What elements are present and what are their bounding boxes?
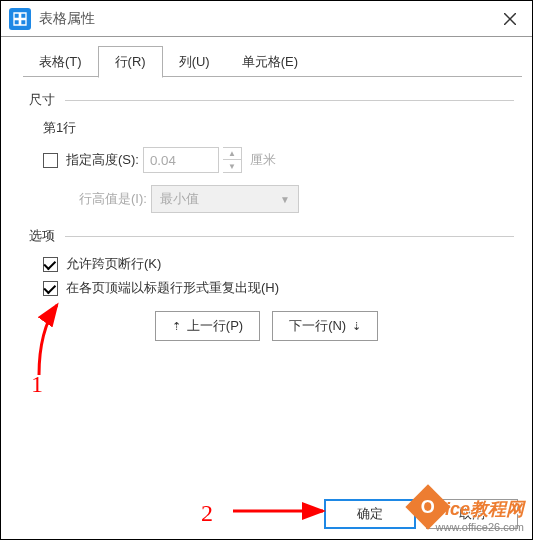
tab-strip: 表格(T) 行(R) 列(U) 单元格(E) (1, 37, 532, 77)
chevron-up-icon: ▲ (223, 148, 241, 160)
row-height-is-select: 最小值 ▼ (151, 185, 299, 213)
annotation-label-1: 1 (31, 371, 43, 398)
size-section: 尺寸 第1行 指定高度(S): ▲ ▼ 厘米 行高值是(I): 最小值 ▼ (29, 91, 504, 213)
size-legend: 尺寸 (29, 91, 504, 109)
next-row-button[interactable]: 下一行(N) ⇣ (272, 311, 378, 341)
chevron-down-icon: ▼ (280, 194, 290, 205)
title-bar: 表格属性 (1, 1, 532, 37)
allow-break-label: 允许跨页断行(K) (66, 255, 161, 273)
repeat-header-checkbox[interactable] (43, 281, 58, 296)
cancel-button[interactable]: 取消 (426, 499, 518, 529)
ok-button[interactable]: 确定 (324, 499, 416, 529)
prev-row-button[interactable]: ⇡ 上一行(P) (155, 311, 260, 341)
specify-height-label: 指定高度(S): (66, 151, 139, 169)
repeat-header-label: 在各页顶端以标题行形式重复出现(H) (66, 279, 279, 297)
dialog-title: 表格属性 (39, 10, 95, 28)
tab-cell[interactable]: 单元格(E) (226, 47, 314, 77)
app-icon (9, 8, 31, 30)
arrow-down-icon: ⇣ (352, 320, 361, 333)
annotation-label-2: 2 (201, 500, 213, 527)
height-unit: 厘米 (250, 151, 276, 169)
row-height-is-label: 行高值是(I): (79, 190, 147, 208)
close-icon (504, 13, 516, 25)
row-nav: ⇡ 上一行(P) 下一行(N) ⇣ (29, 311, 504, 341)
arrow-up-icon: ⇡ (172, 320, 181, 333)
annotation-arrow-2 (229, 497, 329, 527)
dialog-footer: 确定 取消 (324, 499, 518, 529)
chevron-down-icon: ▼ (223, 160, 241, 172)
tab-row[interactable]: 行(R) (98, 46, 163, 78)
tab-column[interactable]: 列(U) (163, 47, 226, 77)
height-spinner: ▲ ▼ (223, 147, 242, 173)
close-button[interactable] (488, 1, 532, 37)
specify-height-checkbox[interactable] (43, 153, 58, 168)
annotation-arrow-1 (31, 301, 71, 381)
allow-break-checkbox[interactable] (43, 257, 58, 272)
options-section: 选项 允许跨页断行(K) 在各页顶端以标题行形式重复出现(H) (29, 227, 504, 297)
options-legend: 选项 (29, 227, 504, 245)
dialog-content: 尺寸 第1行 指定高度(S): ▲ ▼ 厘米 行高值是(I): 最小值 ▼ (1, 77, 532, 351)
height-input (143, 147, 219, 173)
tab-table[interactable]: 表格(T) (23, 47, 98, 77)
first-row-label: 第1行 (43, 119, 504, 137)
